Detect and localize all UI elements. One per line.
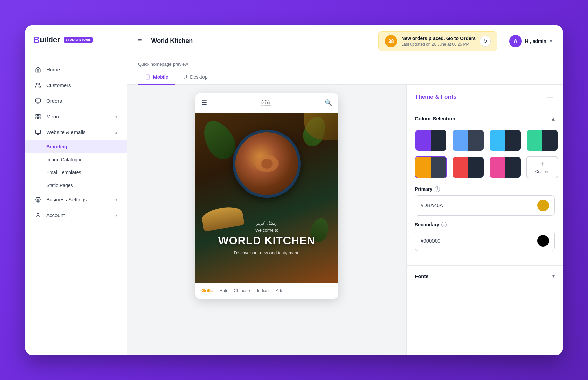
category-bali[interactable]: Bali [219,288,227,294]
color-swatch-red-dark[interactable] [452,156,484,178]
category-grills[interactable]: Grills [201,288,213,294]
menu-chevron-icon: ▾ [115,114,117,119]
settings-icon [35,196,42,203]
sidebar: B uilder STUDIO STORE Home Customers [25,25,127,355]
secondary-info-icon: i [441,222,447,227]
right-panel: Theme & Fonts — Colour Selection ▴ [406,85,563,355]
sidebar-nav: Home Customers Orders M [25,55,127,355]
world-kitchen-logo-svg: WORLD KITCHEN INTERNATIONAL [256,98,276,108]
sidebar-item-business-settings[interactable]: Business Settings ▾ [25,192,127,208]
food-visual [195,113,338,283]
fonts-section: Fonts ▾ [407,267,563,285]
primary-color-group: Primary i #DBA40A [415,186,555,216]
header: ≡ World Kitchen 38 New orders placed. Go… [127,25,563,57]
sidebar-item-account[interactable]: Account ▾ [25,208,127,223]
sidebar-item-static-pages[interactable]: Static Pages [25,179,127,192]
panel-title: Theme & Fonts [415,94,457,100]
home-icon [35,66,42,73]
fonts-header[interactable]: Fonts ▾ [415,273,555,279]
svg-text:KITCHEN: KITCHEN [261,102,270,104]
hamburger-icon[interactable]: ≡ [138,37,142,45]
tab-mobile[interactable]: Mobile [138,70,175,85]
orders-icon [35,98,42,104]
category-chinese[interactable]: Chinese [234,288,250,294]
color-swatch-lightblue-dark[interactable] [489,129,521,151]
category-arts[interactable]: Arts [276,288,283,294]
sidebar-item-business-settings-label: Business Settings [46,197,87,202]
svg-rect-4 [36,117,37,119]
color-swatch-amber-dark[interactable] [415,156,447,178]
color-swatch-blue-dark[interactable] [452,129,484,151]
sidebar-item-branding[interactable]: Branding [25,140,127,153]
notification-banner: 38 New orders placed. Go to Orders Last … [378,31,497,51]
svg-rect-2 [36,114,37,116]
account-chevron-icon: ▾ [115,213,117,218]
sidebar-item-home-label: Home [46,67,60,72]
primary-color-dot[interactable] [537,200,549,211]
panel-collapse-button[interactable]: — [545,92,555,102]
color-swatch-green-dark[interactable] [526,129,558,151]
sidebar-item-website-emails[interactable]: Website & emails ▴ [25,125,127,140]
tab-desktop-label: Desktop [190,74,207,80]
hero-arabic-text: رمضان كريم [202,221,331,226]
panel-header: Theme & Fonts — [407,85,563,108]
color-swatch-purple-dark[interactable] [415,129,447,151]
menu-icon [35,113,42,120]
sidebar-item-orders-label: Orders [46,98,62,104]
preview-area: Quick homepage preview Mobile Desktop [127,57,563,355]
user-greeting: Hi, admin [525,38,546,44]
sidebar-item-image-catalogue[interactable]: Image Catalogue [25,153,127,166]
website-chevron-icon: ▴ [115,130,117,135]
sidebar-item-home[interactable]: Home [25,62,127,78]
mobile-categories: Grills Bali Chinese Indian Arts [195,283,338,299]
notification-text: New orders placed. Go to Orders Last upd… [401,36,476,47]
preview-tabs: Mobile Desktop [127,67,563,85]
tab-mobile-label: Mobile [153,74,168,80]
colour-section-collapse[interactable]: ▴ [552,115,555,122]
sidebar-item-menu-label: Menu [46,114,59,119]
main-content: ≡ World Kitchen 38 New orders placed. Go… [127,25,563,355]
secondary-color-dot[interactable] [537,235,549,247]
hero-text: رمضان كريم Welcome to WORLD KITCHEN Disc… [195,221,338,255]
mobile-menu-icon: ☰ [201,99,207,106]
secondary-color-input[interactable]: #000000 [415,231,555,251]
sidebar-item-static-pages-label: Static Pages [46,183,73,188]
category-indian[interactable]: Indian [257,288,269,294]
color-swatch-custom[interactable]: + Custom [526,156,558,178]
content-split: ☰ WORLD KITCHEN INTERNATIONAL 🔍 [127,85,563,355]
mobile-topbar: ☰ WORLD KITCHEN INTERNATIONAL 🔍 [195,93,338,113]
main-container: B uilder STUDIO STORE Home Customers [25,25,563,355]
preview-label: Quick homepage preview [127,57,563,67]
mobile-search-icon: 🔍 [325,99,332,106]
svg-point-7 [37,199,39,200]
svg-rect-1 [36,99,41,102]
custom-swatch-plus-icon: + [540,160,544,168]
primary-color-input[interactable]: #DBA40A [415,195,555,216]
sidebar-item-menu[interactable]: Menu ▾ [25,109,127,125]
sidebar-item-email-templates[interactable]: Email Templates [25,166,127,179]
sidebar-item-orders[interactable]: Orders [25,93,127,109]
user-menu[interactable]: A Hi, admin ▾ [509,35,552,47]
secondary-color-group: Secondary i #000000 [415,222,555,251]
sidebar-item-customers-label: Customers [46,82,71,88]
food-detail-svg [253,153,280,174]
svg-rect-6 [36,130,41,134]
notification-timestamp: Last updated on 28 June at 06:25 PM [401,42,476,47]
hero-welcome: Welcome to [202,228,331,233]
refresh-button[interactable]: ↻ [480,36,491,47]
color-swatch-pink-dark[interactable] [489,156,521,178]
secondary-label: Secondary i [415,222,555,227]
hero-title: WORLD KITCHEN [202,235,331,247]
account-icon [35,212,42,219]
hero-subtitle: Discover our new and tasty menu [202,250,331,255]
logo-badge: STUDIO STORE [64,37,93,43]
sidebar-item-customers[interactable]: Customers [25,78,127,93]
svg-text:INTERNATIONAL: INTERNATIONAL [261,105,271,106]
tab-desktop[interactable]: Desktop [175,70,214,85]
svg-text:WORLD: WORLD [262,99,270,101]
primary-info-icon: i [435,186,440,192]
primary-label: Primary i [415,186,555,192]
fonts-chevron-icon: ▾ [552,273,555,279]
notification-count: 38 [385,35,397,47]
svg-rect-5 [39,117,40,119]
